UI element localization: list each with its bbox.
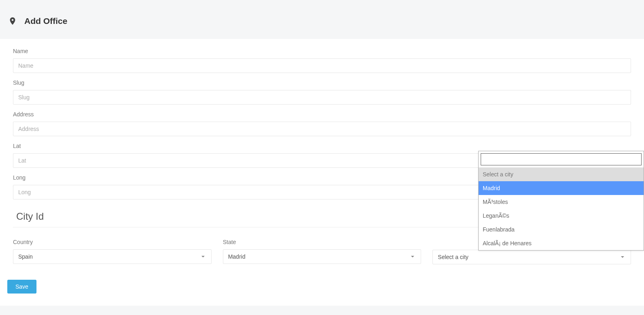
caret-down-icon — [411, 256, 414, 257]
address-input[interactable] — [13, 122, 631, 136]
country-select-wrapper: Spain — [13, 249, 212, 264]
city-select-wrapper: Select a city — [432, 250, 631, 264]
state-label: State — [223, 239, 421, 245]
dropdown-item[interactable]: LeganÃ©s — [479, 209, 644, 223]
city-dropdown-search-wrap — [479, 151, 644, 167]
city-dropdown-list: Select a city Madrid MÃ³stoles LeganÃ©s … — [479, 167, 644, 250]
dropdown-item[interactable]: MÃ³stoles — [479, 195, 644, 209]
state-col: State Madrid — [223, 239, 421, 264]
lat-label: Lat — [13, 143, 631, 149]
location-pin-icon — [8, 15, 17, 27]
slug-label: Slug — [13, 79, 631, 86]
page-title: Add Office — [24, 16, 67, 26]
country-select-value: Spain — [18, 253, 33, 260]
caret-down-icon — [201, 256, 205, 257]
country-select[interactable]: Spain — [13, 249, 212, 264]
dropdown-item[interactable]: AlcalÃ¡ de Henares — [479, 236, 644, 250]
city-dropdown-search-input[interactable] — [481, 153, 642, 165]
form-group-address: Address — [13, 111, 631, 136]
city-select[interactable]: Select a city — [432, 250, 631, 264]
address-label: Address — [13, 111, 631, 118]
dropdown-item[interactable]: Madrid — [479, 181, 644, 195]
page-header: Add Office — [0, 0, 644, 39]
dropdown-item[interactable]: Fuenlabrada — [479, 223, 644, 236]
state-select-value: Madrid — [228, 253, 246, 260]
form-group-name: Name — [13, 48, 631, 73]
name-label: Name — [13, 48, 631, 54]
country-col: Country Spain — [13, 239, 212, 264]
state-select-wrapper: Madrid — [223, 249, 421, 264]
city-select-value: Select a city — [438, 254, 468, 260]
state-select[interactable]: Madrid — [223, 249, 421, 264]
dropdown-item-placeholder[interactable]: Select a city — [479, 167, 644, 181]
slug-input[interactable] — [13, 90, 631, 105]
city-dropdown: Select a city Madrid MÃ³stoles LeganÃ©s … — [478, 151, 644, 251]
caret-down-icon — [621, 256, 624, 258]
save-button[interactable]: Save — [7, 280, 36, 294]
form-group-slug: Slug — [13, 79, 631, 105]
name-input[interactable] — [13, 58, 631, 73]
save-button-row: Save — [13, 264, 631, 294]
country-label: Country — [13, 239, 212, 245]
